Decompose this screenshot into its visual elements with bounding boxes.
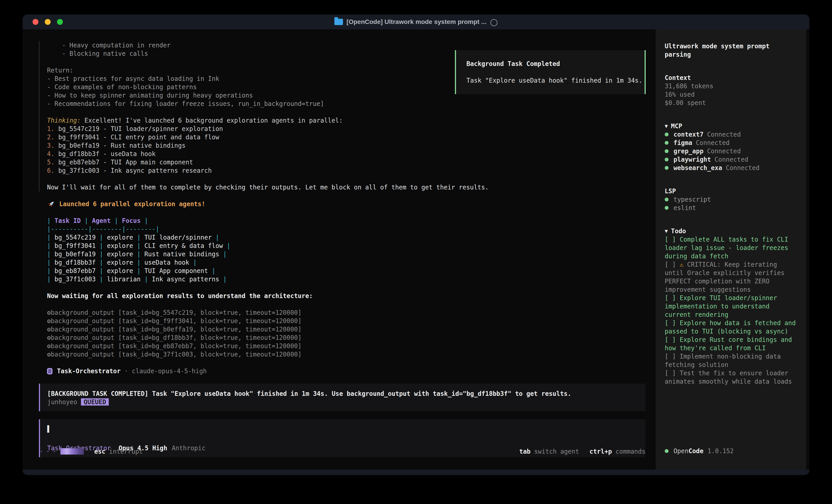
spinner-dots: ··· bbox=[40, 447, 59, 456]
banner-user: junhoyeo bbox=[47, 398, 81, 405]
progress-circle-icon: ◯ bbox=[490, 18, 498, 26]
gear-icon: ⚙ bbox=[47, 342, 51, 349]
background-task-banner: [BACKGROUND TASK COMPLETED] Task "Explor… bbox=[39, 384, 646, 411]
esc-key-hint: esc bbox=[94, 447, 106, 456]
tool-result-line: - Recommendations for fixing loader free… bbox=[47, 100, 656, 108]
status-dot-icon bbox=[665, 198, 669, 201]
agent-identity-line: Task-Orchestrator · claude-opus-4-5-high bbox=[47, 367, 656, 375]
tool-call: ⚙background_output [task_id=bg_37f1c003,… bbox=[47, 350, 656, 359]
text-cursor: ▌ bbox=[47, 425, 51, 432]
todo-checkbox: [ ] bbox=[665, 319, 680, 327]
mcp-heading[interactable]: ▼MCP bbox=[665, 122, 797, 130]
thinking-item: 2. bg_f9ff3041 - CLI entry point and dat… bbox=[47, 133, 656, 141]
todo-item: [ ] ⚠ CRITICAL: Keep iterating until Ora… bbox=[665, 260, 797, 294]
window-title-text: [OpenCode] Ultrawork mode system prompt … bbox=[346, 18, 487, 26]
thinking-intro: Thinking: Excellent! I've launched 6 bac… bbox=[47, 116, 656, 124]
mcp-item: playwrightConnected bbox=[665, 156, 797, 164]
minimize-button[interactable] bbox=[45, 19, 51, 25]
thinking-item: 3. bg_b0effa19 - Rust native bindings bbox=[47, 141, 656, 150]
table-row: | bg_df18bb3f | explore | useData hook | bbox=[47, 258, 656, 267]
thinking-outro: Now I'll wait for all of them to complet… bbox=[47, 183, 656, 192]
status-dot-icon bbox=[665, 449, 669, 453]
todo-list: [ ] Complete ALL tasks to fix CLI loader… bbox=[665, 235, 797, 386]
close-button[interactable] bbox=[32, 19, 38, 25]
table-row: | bg_37f1c003 | librarian | Ink async pa… bbox=[47, 275, 656, 283]
table-row: | bg_eb87ebb7 | explore | TUI App compon… bbox=[47, 267, 656, 275]
gear-icon: ⚙ bbox=[47, 317, 51, 325]
lsp-heading: LSP bbox=[665, 187, 797, 195]
todo-checkbox: [ ] bbox=[665, 353, 680, 360]
tool-call: ⚙background_output [task_id=bg_df18bb3f,… bbox=[47, 334, 656, 342]
todo-checkbox: [ ] bbox=[665, 236, 680, 243]
mcp-item: grep_appConnected bbox=[665, 147, 797, 156]
warning-icon: ⚠ bbox=[680, 261, 687, 268]
session-title: Ultrawork mode system prompt parsing bbox=[665, 42, 797, 59]
chevron-down-icon: ▼ bbox=[665, 228, 668, 234]
thinking-item: 5. bg_eb87ebb7 - TUI App main component bbox=[47, 158, 656, 166]
context-tokens: 31,686 tokens bbox=[665, 82, 797, 90]
mcp-item: context7Connected bbox=[665, 130, 797, 139]
spinner-pulse-bar bbox=[60, 448, 84, 454]
chevron-down-icon: ▼ bbox=[665, 123, 668, 129]
gear-icon: ⚙ bbox=[47, 351, 51, 358]
traffic-lights bbox=[32, 19, 63, 25]
mcp-item: websearch_exaConnected bbox=[665, 164, 797, 172]
lsp-item: typescript bbox=[665, 195, 797, 204]
context-spent: $0.00 spent bbox=[665, 99, 797, 107]
todo-heading[interactable]: ▼Todo bbox=[665, 227, 797, 235]
table-header: | Task ID | Agent | Focus | bbox=[47, 217, 656, 225]
toast-body: Task "Explore useData hook" finished in … bbox=[466, 76, 634, 85]
ctrlp-key-hint: ctrl+p bbox=[590, 447, 612, 456]
gear-icon: ⚙ bbox=[47, 326, 51, 333]
status-dot-icon bbox=[665, 206, 669, 210]
content-area: - Heavy computation in render - Blocking… bbox=[23, 29, 809, 470]
titlebar: [OpenCode] Ultrawork mode system prompt … bbox=[23, 15, 809, 29]
tool-result-line: - Heavy computation in render bbox=[47, 41, 656, 50]
context-used: 16% used bbox=[665, 90, 797, 99]
mcp-item: figmaConnected bbox=[665, 139, 797, 147]
zoom-button[interactable] bbox=[57, 19, 63, 25]
status-dot-icon bbox=[665, 158, 669, 162]
table-body: | bg_5547c219 | explore | TUI loader/spi… bbox=[47, 233, 656, 283]
tool-call: ⚙background_output [task_id=bg_b0effa19,… bbox=[47, 325, 656, 334]
folder-icon bbox=[334, 19, 343, 25]
todo-checkbox: [ ] bbox=[665, 336, 680, 343]
status-dot-icon bbox=[665, 166, 669, 170]
thinking-item: 1. bg_5547c219 - TUI loader/spinner expl… bbox=[47, 124, 656, 133]
todo-checkbox: [ ] bbox=[665, 369, 680, 376]
todo-item: [ ] Explore TUI loader/spinner implement… bbox=[665, 294, 797, 319]
todo-item: [ ] Implement non-blocking data fetching… bbox=[665, 352, 797, 369]
gear-icon: ⚙ bbox=[47, 334, 51, 341]
agent-icon bbox=[47, 368, 52, 374]
banner-meta: junhoyeo QUEUED bbox=[47, 398, 638, 406]
tab-key-hint: tab bbox=[519, 447, 530, 456]
status-dot-icon bbox=[665, 141, 669, 145]
thinking-item: 4. bg_df18bb3f - useData hook bbox=[47, 150, 656, 158]
terminal-window: [OpenCode] Ultrawork mode system prompt … bbox=[23, 15, 809, 475]
table-row: | bg_5547c219 | explore | TUI loader/spi… bbox=[47, 233, 656, 242]
thinking-item: 6. bg_37f1c003 - Ink async patterns rese… bbox=[47, 166, 656, 175]
status-badge: QUEUED bbox=[81, 398, 109, 405]
tool-call: ⚙background_output [task_id=bg_5547c219,… bbox=[47, 308, 656, 317]
tool-call: ⚙background_output [task_id=bg_eb87ebb7,… bbox=[47, 342, 656, 350]
todo-item: [ ] Test the fix to ensure loader animat… bbox=[665, 369, 797, 386]
gear-icon: ⚙ bbox=[47, 309, 51, 316]
todo-checkbox: [ ] bbox=[665, 294, 680, 302]
sidebar: Ultrawork mode system prompt parsing Con… bbox=[656, 29, 806, 470]
app-version-footer: OpenCode1.0.152 bbox=[665, 447, 734, 455]
status-bar: ··· esc interrupt tab switch agent ctrl+… bbox=[40, 447, 646, 456]
waiting-line: Now waiting for all exploration results … bbox=[47, 292, 656, 300]
table-row: | bg_b0effa19 | explore | Rust native bi… bbox=[47, 250, 656, 258]
toast-notification: Background Task Completed Task "Explore … bbox=[455, 50, 646, 94]
rocket-icon bbox=[47, 200, 55, 208]
todo-item: [ ] Explore how data is fetched and pass… bbox=[665, 319, 797, 336]
toast-title: Background Task Completed bbox=[466, 60, 634, 68]
todo-item: [ ] Explore Rust core bindings and how t… bbox=[665, 336, 797, 352]
thinking-label: Thinking: bbox=[47, 117, 84, 124]
context-heading: Context bbox=[665, 74, 797, 82]
banner-text: [BACKGROUND TASK COMPLETED] Task "Explor… bbox=[47, 390, 638, 398]
status-dot-icon bbox=[665, 149, 669, 153]
announcement: Launched 6 parallel exploration agents! bbox=[47, 200, 656, 208]
conversation-panel: - Heavy computation in render - Blocking… bbox=[23, 29, 656, 470]
status-dot-icon bbox=[665, 133, 669, 136]
